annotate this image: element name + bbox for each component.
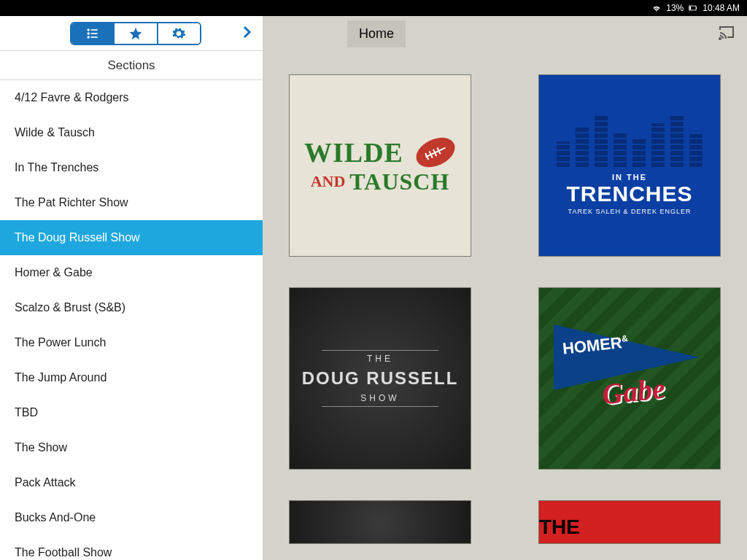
section-item[interactable]: The Power Lunch bbox=[0, 325, 263, 360]
svg-point-9 bbox=[719, 38, 721, 39]
view-tabs bbox=[70, 22, 201, 45]
equalizer-icon bbox=[557, 116, 703, 167]
home-button[interactable]: Home bbox=[347, 20, 406, 47]
svg-point-4 bbox=[87, 32, 89, 34]
drs-show: SHOW bbox=[360, 393, 399, 403]
tab-list[interactable] bbox=[71, 23, 115, 44]
itt-title: TRENCHES bbox=[566, 182, 692, 206]
svg-rect-6 bbox=[90, 29, 97, 31]
sections-header: Sections bbox=[0, 51, 263, 80]
wifi-icon bbox=[651, 3, 662, 13]
section-item[interactable]: The Football Show bbox=[0, 535, 263, 560]
section-item[interactable]: Homer & Gabe bbox=[0, 255, 263, 290]
section-list[interactable]: 4/12 Favre & RodgersWilde & TauschIn The… bbox=[0, 80, 263, 560]
tile-partial-right[interactable]: THE bbox=[538, 500, 721, 544]
main-header: Home bbox=[263, 16, 747, 51]
tile-wilde-tausch[interactable]: WILDE AND TAUSCH bbox=[289, 74, 471, 257]
sidebar-topbar bbox=[0, 16, 263, 51]
status-bar: 13% 10:48 AM bbox=[0, 0, 747, 16]
battery-percent: 13% bbox=[666, 3, 684, 13]
section-item[interactable]: TBD bbox=[0, 395, 263, 430]
chevron-right-icon bbox=[238, 23, 255, 41]
tab-settings[interactable] bbox=[158, 23, 200, 44]
svg-rect-1 bbox=[696, 7, 697, 9]
drs-title: DOUG RUSSELL bbox=[302, 368, 459, 389]
section-item[interactable]: In The Trenches bbox=[0, 150, 263, 185]
collapse-sidebar-button[interactable] bbox=[238, 23, 255, 44]
battery-icon bbox=[688, 3, 698, 13]
svg-rect-7 bbox=[90, 33, 97, 34]
section-item[interactable]: The Pat Richter Show bbox=[0, 185, 263, 220]
star-icon bbox=[128, 26, 143, 41]
wt-and: AND bbox=[311, 172, 346, 191]
tile-homer-gabe[interactable]: HOMER& Gabe bbox=[538, 287, 721, 470]
red-the: THE bbox=[539, 516, 580, 539]
main-content: Home WILDE AND TAUSCH bbox=[263, 16, 747, 560]
section-item[interactable]: The Show bbox=[0, 430, 263, 465]
tile-doug-russell[interactable]: THE DOUG RUSSELL SHOW bbox=[289, 287, 471, 470]
cast-button[interactable] bbox=[718, 23, 735, 44]
svg-point-5 bbox=[87, 36, 89, 38]
sidebar: Sections 4/12 Favre & RodgersWilde & Tau… bbox=[0, 16, 263, 560]
section-item[interactable]: The Doug Russell Show bbox=[0, 220, 263, 255]
section-item[interactable]: Wilde & Tausch bbox=[0, 115, 263, 150]
section-item[interactable]: Scalzo & Brust (S&B) bbox=[0, 290, 263, 325]
list-icon bbox=[85, 26, 100, 41]
svg-rect-8 bbox=[90, 36, 97, 38]
hg-amp: & bbox=[621, 333, 628, 344]
cast-icon bbox=[718, 23, 735, 41]
hg-gabe: Gabe bbox=[600, 371, 667, 412]
svg-point-3 bbox=[87, 28, 89, 31]
drs-the: THE bbox=[367, 354, 393, 364]
section-item[interactable]: 4/12 Favre & Rodgers bbox=[0, 80, 263, 115]
itt-sub: TAREK SALEH & DEREK ENGLER bbox=[568, 208, 692, 215]
football-icon bbox=[411, 131, 460, 172]
status-time: 10:48 AM bbox=[703, 3, 740, 13]
section-item[interactable]: Bucks And-One bbox=[0, 500, 263, 535]
gear-icon bbox=[171, 26, 186, 41]
section-item[interactable]: The Jump Around bbox=[0, 360, 263, 395]
wt-line2: TAUSCH bbox=[349, 168, 449, 195]
tile-partial-left[interactable] bbox=[289, 500, 471, 544]
itt-in: IN THE bbox=[612, 173, 647, 182]
svg-rect-2 bbox=[690, 7, 692, 10]
section-item[interactable]: Pack Attack bbox=[0, 465, 263, 500]
wt-line1: WILDE bbox=[304, 136, 403, 168]
show-grid: WILDE AND TAUSCH IN THE TRENCHES TAREK S… bbox=[263, 51, 747, 544]
tab-favorites[interactable] bbox=[115, 23, 158, 44]
tile-in-the-trenches[interactable]: IN THE TRENCHES TAREK SALEH & DEREK ENGL… bbox=[538, 74, 721, 257]
